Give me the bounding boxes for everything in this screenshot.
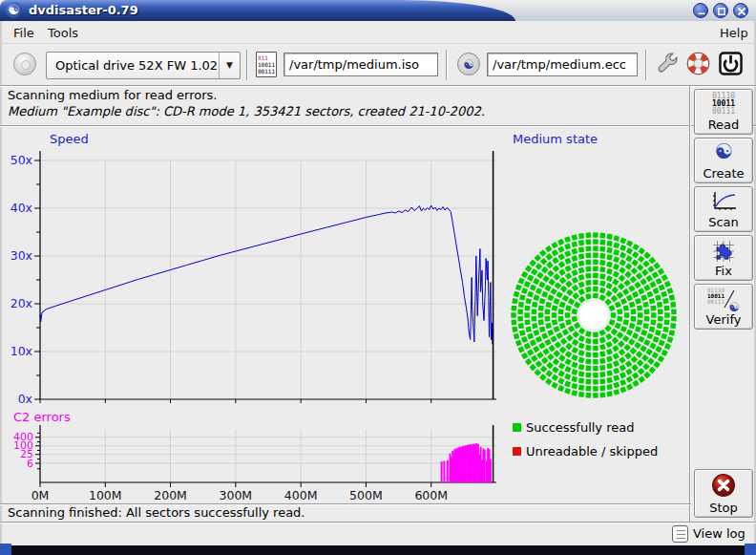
close-button[interactable] xyxy=(733,3,748,18)
menu-tools[interactable]: Tools xyxy=(44,25,82,41)
window-bottom-frame xyxy=(0,545,756,555)
wrench-icon xyxy=(655,51,680,75)
resize-corner-left[interactable] xyxy=(0,544,11,555)
svg-text:500M: 500M xyxy=(349,488,383,502)
app-yinyang-icon: ☯ xyxy=(6,2,22,18)
menubar: File Tools Help xyxy=(2,21,754,44)
preferences-button[interactable] xyxy=(655,51,683,79)
icon-binary-row: 00111 xyxy=(258,68,275,75)
read-button-label: Read xyxy=(695,117,752,132)
svg-text:0x: 0x xyxy=(18,392,32,406)
verify-button[interactable]: 01110 10011 00111 ☯ Verify xyxy=(694,284,753,330)
drive-selector[interactable]: Optical drive 52X FW 1.02 ▼ xyxy=(46,52,241,79)
maximize-button[interactable] xyxy=(713,3,728,18)
fix-button-label: Fix xyxy=(695,264,752,278)
stop-icon xyxy=(711,473,736,498)
create-button[interactable]: ☯ Create xyxy=(694,138,753,183)
toolbar-separator xyxy=(645,50,647,80)
puzzle-icon xyxy=(711,239,736,264)
legend-label: Unreadable / skipped xyxy=(526,444,658,459)
icon-binary-row: 10011 xyxy=(258,61,275,68)
svg-text:400M: 400M xyxy=(284,488,318,502)
status-line1: Scanning medium for read errors. xyxy=(8,88,217,102)
titlebar[interactable]: ☯ dvdisaster-0.79 xyxy=(0,0,756,21)
svg-text:20x: 20x xyxy=(10,296,32,310)
svg-text:10x: 10x xyxy=(10,344,32,358)
stop-button-label: Stop xyxy=(695,501,752,515)
iso-file-icon[interactable]: 011 10011 00111 xyxy=(256,52,277,77)
toolbar: Optical drive 52X FW 1.02 ▼ 011 10011 00… xyxy=(2,45,754,85)
svg-text:100M: 100M xyxy=(89,488,122,502)
help-button[interactable] xyxy=(685,51,714,79)
scan-button[interactable]: Scan xyxy=(694,186,753,232)
speed-chart-title: Speed xyxy=(50,132,89,146)
toolbar-separator xyxy=(446,50,448,80)
ecc-path-input[interactable] xyxy=(487,53,638,76)
quit-button[interactable] xyxy=(718,51,746,79)
svg-text:100: 100 xyxy=(13,439,33,452)
scan-chart-icon xyxy=(709,190,738,213)
legend-swatch-red xyxy=(513,447,521,456)
svg-text:0M: 0M xyxy=(32,488,50,502)
window-title: dvdisaster-0.79 xyxy=(29,3,138,17)
ecc-file-icon[interactable]: ☯ xyxy=(457,53,480,75)
create-button-label: Create xyxy=(695,166,752,181)
menu-file[interactable]: File xyxy=(10,25,38,41)
svg-text:600M: 600M xyxy=(414,488,448,502)
chevron-down-icon[interactable]: ▼ xyxy=(219,53,240,78)
separator xyxy=(0,522,756,523)
separator xyxy=(0,125,756,127)
app-window: 0x10x20x30x40x50x4001002560M100M200M300M… xyxy=(0,0,756,555)
svg-text:300M: 300M xyxy=(220,488,253,502)
toolbar-separator xyxy=(246,50,248,80)
view-log-label: View log xyxy=(693,526,746,541)
resize-corner-right[interactable] xyxy=(745,544,756,555)
svg-text:50x: 50x xyxy=(10,153,32,167)
statusbar-message: Scanning finished: All sectors successfu… xyxy=(8,505,305,520)
lifebuoy-icon xyxy=(685,51,711,76)
verify-icon: 01110 10011 00111 ☯ xyxy=(707,288,740,312)
status-panel: Scanning medium for read errors. Medium … xyxy=(3,87,686,123)
separator xyxy=(689,86,691,522)
icon-binary-row: 011 xyxy=(258,54,275,61)
yinyang-icon: ☯ xyxy=(695,140,752,163)
legend-label: Successfully read xyxy=(526,420,634,435)
close-icon xyxy=(736,6,747,17)
scan-button-label: Scan xyxy=(695,215,752,229)
minimize-icon xyxy=(696,6,707,17)
stop-button[interactable]: Stop xyxy=(694,469,753,518)
fix-button[interactable]: Fix xyxy=(694,235,753,281)
svg-text:25: 25 xyxy=(20,448,33,460)
drive-cd-icon[interactable] xyxy=(13,53,36,75)
log-icon xyxy=(672,525,688,543)
svg-text:400: 400 xyxy=(13,431,33,443)
status-line2: Medium "Example disc": CD-R mode 1, 3534… xyxy=(8,104,485,118)
c2-chart-title: C2 errors xyxy=(13,410,71,424)
verify-button-label: Verify xyxy=(695,312,752,327)
minimize-button[interactable] xyxy=(693,3,708,18)
svg-text:200M: 200M xyxy=(154,488,187,502)
svg-text:6: 6 xyxy=(27,458,33,470)
maximize-icon xyxy=(716,6,727,17)
drive-selector-value: Optical drive 52X FW 1.02 xyxy=(55,58,218,73)
view-log-button[interactable]: View log xyxy=(672,525,750,544)
read-button[interactable]: 01110 10011 00111 Read xyxy=(694,89,753,135)
binary-icon: 01110 10011 00111 xyxy=(695,93,752,116)
svg-text:40x: 40x xyxy=(10,201,32,215)
menu-help[interactable]: Help xyxy=(716,25,752,41)
iso-path-input[interactable] xyxy=(284,53,438,76)
legend-swatch-green xyxy=(513,423,521,432)
power-icon xyxy=(718,51,744,76)
medium-state-title: Medium state xyxy=(513,132,598,146)
svg-text:30x: 30x xyxy=(10,248,32,263)
